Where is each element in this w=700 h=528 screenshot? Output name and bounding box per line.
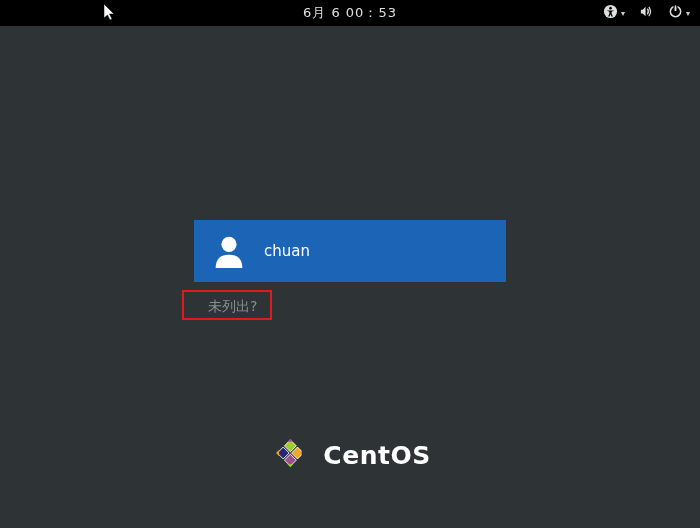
chevron-down-icon: ▾ — [686, 9, 690, 18]
accessibility-menu[interactable]: ▾ — [603, 4, 625, 22]
volume-icon[interactable] — [639, 4, 654, 22]
accessibility-icon — [603, 4, 618, 22]
avatar-icon — [210, 232, 248, 270]
user-list-item[interactable]: chuan — [194, 220, 506, 282]
clock-text: 6月 6 00：53 — [303, 4, 397, 22]
brand-name: CentOS — [323, 441, 430, 470]
centos-logo-icon — [269, 432, 311, 478]
power-icon — [668, 4, 683, 22]
svg-point-6 — [221, 237, 236, 252]
svg-point-1 — [609, 7, 612, 10]
branding: CentOS — [269, 432, 430, 478]
not-listed-link[interactable]: 未列出? — [208, 298, 257, 316]
username-label: chuan — [264, 242, 310, 260]
svg-rect-5 — [675, 5, 677, 11]
login-panel: chuan 未列出? — [194, 220, 506, 316]
system-tray: ▾ ▾ — [603, 4, 690, 22]
top-bar: 6月 6 00：53 ▾ — [0, 0, 700, 26]
chevron-down-icon: ▾ — [621, 9, 625, 18]
power-menu[interactable]: ▾ — [668, 4, 690, 22]
